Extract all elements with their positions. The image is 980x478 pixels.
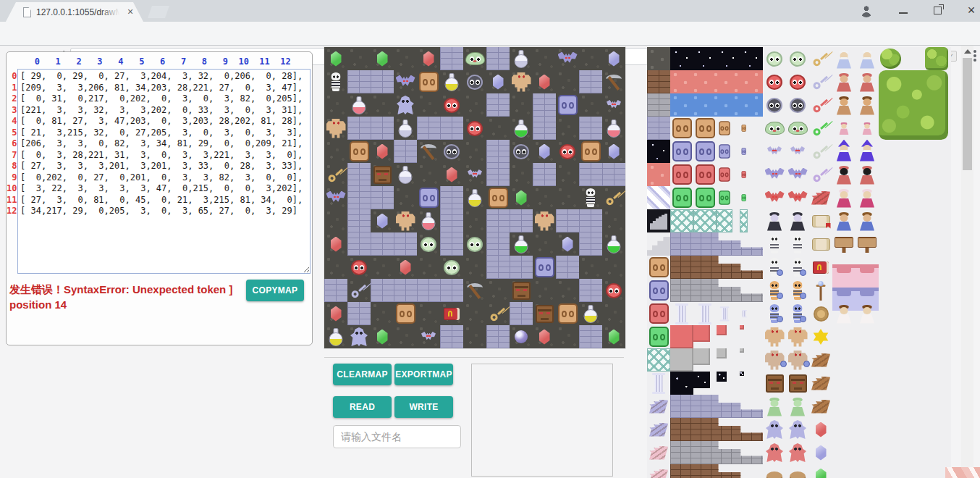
tileset-sprite-strip_greystone[interactable]	[670, 279, 763, 302]
tileset-sprite-strip_cobble[interactable]	[670, 232, 763, 256]
map-tile-4-9[interactable]	[533, 140, 556, 163]
tileset-sprite-ghost_red[interactable]	[786, 441, 809, 464]
map-tile-1-4[interactable]	[417, 70, 440, 93]
map-tile-5-6[interactable]	[463, 163, 486, 186]
map-tile-10-1[interactable]	[347, 279, 371, 302]
map-tile-1-5[interactable]	[440, 70, 463, 93]
tileset-sprite-ball_green[interactable]	[763, 47, 786, 70]
map-tile-0-2[interactable]	[371, 47, 394, 70]
map-tile-5-0[interactable]	[324, 163, 347, 186]
tileset-sprite-door_purple[interactable]	[717, 140, 732, 163]
map-tile-1-10[interactable]	[556, 70, 579, 93]
map-tile-7-5[interactable]	[440, 209, 463, 232]
map-tile-8-0[interactable]	[324, 232, 347, 256]
map-tile-11-1[interactable]	[347, 302, 371, 325]
map-tile-0-10[interactable]	[556, 47, 579, 70]
tileset-sprite-pillar[interactable]	[670, 302, 693, 325]
map-tile-9-11[interactable]	[579, 256, 602, 279]
map-tile-2-9[interactable]	[533, 93, 556, 117]
map-tile-2-1[interactable]	[347, 93, 371, 117]
map-tile-5-7[interactable]	[486, 163, 510, 186]
map-tile-11-4[interactable]	[417, 302, 440, 325]
tileset-sprite-bat_small[interactable]	[786, 140, 809, 163]
map-tile-7-10[interactable]	[556, 209, 579, 232]
map-tile-8-5[interactable]	[440, 232, 463, 256]
map-tile-2-3[interactable]	[394, 93, 417, 117]
tileset-sprite-terr_red[interactable]	[670, 70, 763, 93]
tileset-sprite-sign[interactable]	[832, 232, 856, 256]
map-tile-3-12[interactable]	[602, 117, 625, 140]
tileset-sprite-pillar[interactable]	[717, 302, 732, 325]
map-tile-9-12[interactable]	[602, 256, 625, 279]
tileset-sprite-door_red[interactable]	[717, 163, 732, 186]
map-tile-4-1[interactable]	[347, 140, 371, 163]
map-tile-11-11[interactable]	[579, 302, 602, 325]
map-tile-11-2[interactable]	[371, 302, 394, 325]
map-tile-11-10[interactable]	[556, 302, 579, 325]
tileset-sprite-wing_pink[interactable]	[647, 441, 670, 464]
map-tile-3-10[interactable]	[556, 117, 579, 140]
map-tile-4-10[interactable]	[556, 140, 579, 163]
tileset-sprite-stairs[interactable]	[647, 232, 670, 256]
map-tile-10-3[interactable]	[394, 279, 417, 302]
map-tile-8-10[interactable]	[556, 232, 579, 256]
tileset-sprite-sq_grey[interactable]	[693, 348, 710, 365]
map-tile-6-7[interactable]	[486, 186, 510, 209]
tileset-sprite-door_red[interactable]	[647, 302, 670, 325]
tileset-sprite-strip_greystone[interactable]	[670, 441, 763, 464]
map-tile-3-7[interactable]	[486, 117, 510, 140]
map-tile-2-8[interactable]	[510, 93, 533, 117]
map-tile-9-9[interactable]	[533, 256, 556, 279]
map-tile-12-4[interactable]	[417, 325, 440, 348]
map-tile-2-11[interactable]	[579, 93, 602, 117]
map-tile-9-3[interactable]	[394, 256, 417, 279]
map-tile-3-5[interactable]	[440, 117, 463, 140]
tileset-sprite-door_purple[interactable]	[740, 140, 748, 163]
map-tile-5-9[interactable]	[533, 163, 556, 186]
map-tile-12-7[interactable]	[486, 325, 510, 348]
tileset-sprite-gem_green[interactable]	[809, 464, 832, 478]
tileset-sprite-door_green[interactable]	[693, 186, 717, 209]
map-tile-11-8[interactable]	[510, 302, 533, 325]
map-tile-7-4[interactable]	[417, 209, 440, 232]
map-tile-4-0[interactable]	[324, 140, 347, 163]
map-tile-0-3[interactable]	[394, 47, 417, 70]
tileset-sprite-wall_purple[interactable]	[832, 279, 856, 302]
tileset-sprite-wall_pink[interactable]	[832, 256, 856, 279]
menu-dots-icon[interactable]	[973, 50, 976, 53]
tileset-sprite-monk[interactable]	[832, 70, 856, 93]
maximize-button[interactable]	[934, 7, 942, 14]
tileset-sprite-door_green[interactable]	[670, 186, 693, 209]
tileset-sprite-scroll_tan[interactable]	[809, 232, 832, 256]
map-tile-6-11[interactable]	[579, 186, 602, 209]
tileset-sprite-key_green[interactable]	[809, 117, 832, 140]
map-tile-4-5[interactable]	[440, 140, 463, 163]
map-tile-11-9[interactable]	[533, 302, 556, 325]
map-tile-1-3[interactable]	[394, 70, 417, 93]
tileset-sprite-bat_small[interactable]	[763, 140, 786, 163]
map-tile-6-2[interactable]	[371, 186, 394, 209]
map-tile-5-1[interactable]	[347, 163, 371, 186]
map-tile-3-6[interactable]	[463, 117, 486, 140]
tileset-sprite-lattice[interactable]	[647, 348, 670, 372]
map-tile-7-7[interactable]	[486, 209, 510, 232]
tileset-sprite-skel_blue[interactable]	[786, 302, 809, 325]
tileset-sprite-ghost_blue[interactable]	[786, 418, 809, 441]
tileset-sprite-fairy[interactable]	[856, 117, 879, 140]
map-tile-7-6[interactable]	[463, 209, 486, 232]
map-tile-0-5[interactable]	[440, 47, 463, 70]
map-tile-8-6[interactable]	[463, 232, 486, 256]
map-tile-4-12[interactable]	[602, 140, 625, 163]
tileset-sprite-pillar[interactable]	[693, 302, 717, 325]
map-tile-9-6[interactable]	[463, 256, 486, 279]
tileset-sprite-sq_red[interactable]	[740, 325, 744, 330]
map-tile-9-7[interactable]	[486, 256, 510, 279]
tileset-sprite-door_orange[interactable]	[717, 117, 732, 140]
tileset-sprite-terr_rock[interactable]	[647, 47, 670, 70]
tileset-sprite-wing_brown[interactable]	[809, 372, 832, 395]
tileset-sprite-door_orange[interactable]	[740, 117, 748, 140]
map-tile-1-2[interactable]	[371, 70, 394, 93]
map-tile-12-1[interactable]	[347, 325, 371, 348]
filename-input[interactable]	[333, 425, 461, 448]
map-tile-5-5[interactable]	[440, 163, 463, 186]
